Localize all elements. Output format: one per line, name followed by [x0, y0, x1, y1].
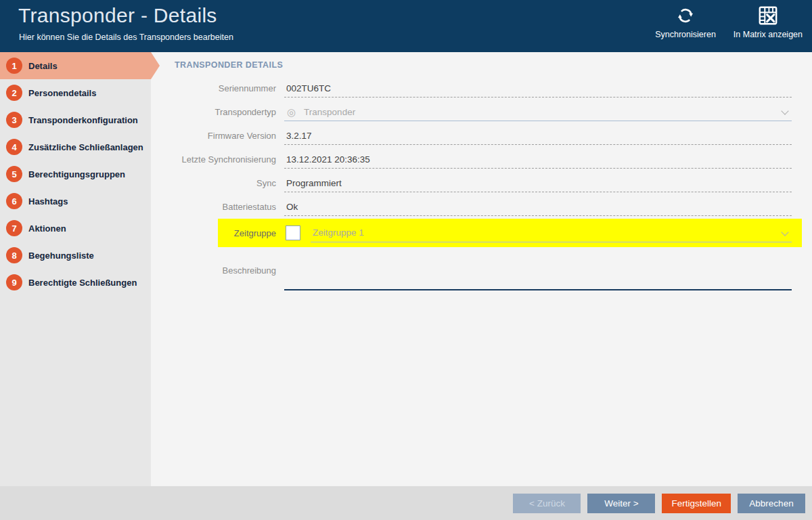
field-row-zeitgruppe: Zeitgruppe Zeitgruppe 1: [151, 219, 812, 247]
sidebar-item-aktionen[interactable]: 7 Aktionen: [0, 215, 151, 242]
beschreibung-label: Beschreibung: [151, 259, 276, 276]
content: TRANSPONDER DETAILS Seriennummer 002TU6T…: [151, 52, 812, 486]
batteriestatus-value: Ok: [284, 202, 298, 212]
step-number-badge: 4: [6, 139, 22, 155]
zeitgruppe-checkbox[interactable]: [286, 225, 300, 240]
sidebar-item-label: Zusätzliche Schließanlagen: [28, 142, 143, 152]
transpondertyp-value: Transponder: [302, 107, 355, 117]
show-in-matrix-label: In Matrix anzeigen: [734, 30, 803, 39]
step-number-badge: 1: [6, 58, 22, 74]
sidebar-item-transponderkonfiguration[interactable]: 3 Transponderkonfiguration: [0, 106, 151, 133]
step-number-badge: 7: [6, 220, 22, 236]
sync-value: Programmiert: [284, 178, 342, 188]
field-row-sync: Sync Programmiert: [151, 171, 812, 195]
sidebar-item-label: Transponderkonfiguration: [28, 115, 138, 125]
footer: < Zurück Weiter > Fertigstellen Abbreche…: [0, 486, 812, 520]
cancel-button[interactable]: Abbrechen: [738, 494, 805, 513]
sidebar-item-personendetails[interactable]: 2 Personendetails: [0, 79, 151, 106]
finish-button[interactable]: Fertigstellen: [662, 494, 731, 513]
synchronize-label: Synchronisieren: [655, 30, 716, 39]
chevron-down-icon: [781, 107, 788, 114]
step-number-badge: 3: [6, 112, 22, 128]
field-row-letzte-synchronisierung: Letzte Synchronisierung 13.12.2021 20:36…: [151, 148, 812, 171]
seriennummer-label: Seriennummer: [151, 83, 276, 93]
field-row-batteriestatus: Batteriestatus Ok: [151, 195, 812, 219]
page-subtitle: Hier können Sie die Details des Transpon…: [19, 32, 233, 42]
field-row-seriennummer: Seriennummer 002TU6TC: [151, 77, 812, 100]
zeitgruppe-label: Zeitgruppe: [151, 228, 276, 238]
step-number-badge: 9: [6, 274, 22, 290]
step-number-badge: 6: [6, 193, 22, 209]
back-button[interactable]: < Zurück: [513, 494, 581, 513]
sidebar-item-label: Aktionen: [28, 223, 66, 234]
sidebar-item-label: Details: [28, 61, 58, 71]
batteriestatus-input[interactable]: Ok: [284, 198, 792, 216]
letzte-synchronisierung-input[interactable]: 13.12.2021 20:36:35: [284, 150, 792, 169]
next-button[interactable]: Weiter >: [587, 494, 655, 513]
matrix-icon: [758, 5, 778, 28]
header: Transponder - Details Hier können Sie di…: [0, 0, 812, 52]
letzte-synchronisierung-label: Letzte Synchronisierung: [151, 154, 276, 165]
header-actions: Synchronisieren In Matrix a: [655, 5, 803, 39]
sidebar-item-zusaetzliche-schliessanlagen[interactable]: 4 Zusätzliche Schließanlagen: [0, 133, 151, 160]
sidebar-item-berechtigungsgruppen[interactable]: 5 Berechtigungsgruppen: [0, 160, 151, 188]
sidebar-item-berechtigte-schliessungen[interactable]: 9 Berechtigte Schließungen: [0, 269, 151, 296]
zeitgruppe-value: Zeitgruppe 1: [311, 228, 364, 238]
beschreibung-input[interactable]: [284, 259, 792, 290]
sidebar: 1 Details 2 Personendetails 3 Transponde…: [0, 52, 151, 486]
transponder-type-icon: ◎: [287, 107, 296, 117]
step-number-badge: 5: [6, 166, 22, 182]
transpondertyp-label: Transpondertyp: [151, 107, 276, 117]
zeitgruppe-dropdown[interactable]: Zeitgruppe 1: [311, 224, 792, 242]
sidebar-item-label: Berechtigungsgruppen: [28, 169, 125, 179]
batteriestatus-label: Batteriestatus: [151, 202, 276, 212]
sidebar-item-hashtags[interactable]: 6 Hashtags: [0, 188, 151, 215]
synchronize-button[interactable]: Synchronisieren: [655, 5, 716, 39]
sidebar-item-label: Hashtags: [28, 196, 68, 207]
sync-input[interactable]: Programmiert: [284, 174, 792, 192]
section-title: TRANSPONDER DETAILS: [175, 60, 812, 72]
seriennummer-value: 002TU6TC: [284, 83, 331, 93]
page-title: Transponder - Details: [18, 4, 217, 27]
letzte-synchronisierung-value: 13.12.2021 20:36:35: [284, 154, 370, 165]
sidebar-item-label: Personendetails: [28, 88, 96, 98]
firmware-version-value: 3.2.17: [284, 131, 312, 141]
chevron-down-icon: [781, 228, 788, 236]
step-number-badge: 2: [6, 85, 22, 101]
transpondertyp-dropdown[interactable]: ◎ Transponder: [284, 103, 792, 121]
firmware-version-input[interactable]: 3.2.17: [284, 127, 792, 145]
sidebar-item-begehungsliste[interactable]: 8 Begehungsliste: [0, 242, 151, 269]
seriennummer-input[interactable]: 002TU6TC: [284, 79, 792, 98]
sidebar-item-label: Berechtigte Schließungen: [28, 278, 137, 288]
sidebar-item-label: Begehungsliste: [28, 251, 94, 261]
field-row-beschreibung: Beschreibung: [151, 259, 812, 289]
sidebar-item-details[interactable]: 1 Details: [0, 52, 151, 79]
field-row-firmware-version: Firmware Version 3.2.17: [151, 124, 812, 148]
sync-icon: [675, 5, 696, 28]
field-row-transpondertyp: Transpondertyp ◎ Transponder: [151, 100, 812, 124]
show-in-matrix-button[interactable]: In Matrix anzeigen: [734, 5, 803, 39]
firmware-version-label: Firmware Version: [151, 131, 276, 141]
sync-label: Sync: [151, 178, 276, 188]
step-number-badge: 8: [6, 247, 22, 263]
